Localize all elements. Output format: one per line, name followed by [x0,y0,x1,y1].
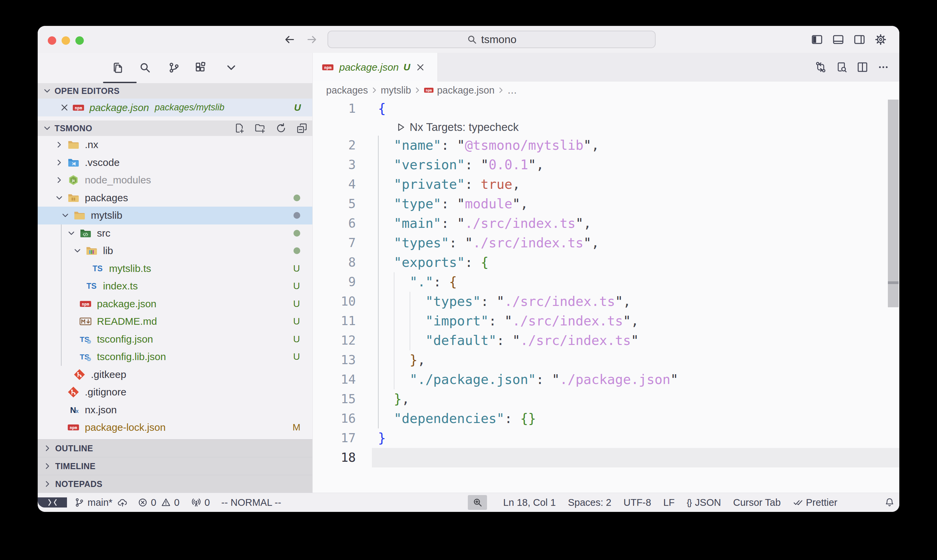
code-token: { [481,255,488,270]
code-token: " [512,333,520,348]
code-token: { [449,274,457,289]
explorer-view-icon[interactable] [111,62,123,74]
code-token [378,391,394,406]
notifications-button[interactable] [885,497,895,508]
tree-item-nx.json[interactable]: nx.json [38,401,312,419]
tree-item-.nx[interactable]: .nx [38,136,312,154]
tree-item-package-lock.json[interactable]: package-lock.jsonM [38,418,312,437]
code-line-1: 1{ [313,99,899,118]
git-status-badge: U [291,263,302,274]
breadcrumb-item[interactable]: package.json [437,85,494,96]
vim-mode-indicator[interactable]: -- NORMAL -- [222,497,282,508]
search-view-icon[interactable] [139,62,151,74]
breadcrumb-item[interactable]: packages [326,85,368,96]
explorer-project-header[interactable]: TSMONO [38,120,312,136]
tree-item-mytslib.ts[interactable]: mytslib.tsU [38,260,312,278]
close-editor-icon[interactable] [60,103,69,112]
folder-vscode-icon [67,157,79,169]
open-editors-header[interactable]: OPEN EDITORS [38,83,312,98]
tree-item-label: .nx [85,139,98,151]
tree-item-label: lib [103,245,113,257]
problems-status[interactable]: 0 0 [138,497,179,508]
navigate-back-button[interactable] [284,34,295,45]
tree-item-index.ts[interactable]: index.tsU [38,277,312,295]
extensions-view-icon[interactable] [195,62,207,74]
tree-item-src[interactable]: src [38,225,312,242]
code-line-text: "main": "./src/index.ts", [378,214,591,233]
remote-indicator[interactable] [38,497,67,508]
ports-status[interactable]: 0 [191,497,210,508]
ts-gear-icon [79,333,92,345]
tree-item-.gitkeep[interactable]: .gitkeep [38,366,312,384]
minimize-window-button[interactable] [62,36,70,45]
cloud-upload-icon [117,497,128,508]
search-editor-icon[interactable] [836,61,848,73]
tree-item-mytslib[interactable]: mytslib [38,207,312,225]
chevron-right-icon [497,86,505,94]
sync-changes-button[interactable] [117,497,128,508]
notepads-section-header[interactable]: NOTEPADS [38,475,312,493]
code-token: "." [409,274,433,289]
encoding-status[interactable]: UTF-8 [623,497,651,508]
codelens-row[interactable]: Nx Targets: typecheck [313,118,899,135]
tree-item-.gitignore[interactable]: .gitignore [38,383,312,401]
settings-gear-icon[interactable] [875,34,886,45]
new-folder-icon[interactable] [255,123,266,134]
source-control-view-icon[interactable] [168,62,180,74]
code-token: " [497,294,504,309]
tree-item-tsconfig.lib.json[interactable]: tsconfig.lib.jsonU [38,348,312,366]
breadcrumb-item[interactable]: … [507,85,517,96]
open-editor-item[interactable]: package.json packages/mytslib U [38,98,312,117]
more-actions-icon[interactable] [877,61,889,73]
chevron-down-icon [55,194,64,202]
line-number: 14 [313,370,356,389]
close-tab-icon[interactable] [415,63,425,72]
split-editor-icon[interactable] [857,61,868,73]
toggle-secondary-sidebar-icon[interactable] [854,34,865,45]
tree-item-README.md[interactable]: README.mdU [38,313,312,331]
git-status-badge: U [291,281,302,291]
toggle-sidebar-icon[interactable] [811,34,823,45]
tree-item-lib[interactable]: lib [38,242,312,260]
tree-item-.vscode[interactable]: .vscode [38,154,312,172]
eol-status[interactable]: LF [663,497,675,508]
traffic-lights [48,36,84,45]
outline-section-header[interactable]: OUTLINE [38,439,312,457]
git-branch-status[interactable]: main* [74,497,112,508]
folder-lib-icon [86,245,98,257]
code-token: : [481,294,497,309]
tab-completion-status[interactable]: Cursor Tab [733,497,780,508]
code-token: , [631,313,639,328]
new-file-icon[interactable] [234,123,245,134]
tree-item-packages[interactable]: packages [38,189,312,207]
code-token: : [465,157,481,172]
breadcrumb-item[interactable]: mytslib [381,85,411,96]
collapse-folders-icon[interactable] [297,123,307,134]
more-views-chevron-icon[interactable] [225,62,237,74]
refresh-explorer-icon[interactable] [275,123,286,134]
zoom-window-button[interactable] [75,36,84,45]
tab-package-json[interactable]: package.json U [313,53,438,82]
open-changes-icon[interactable] [815,61,826,73]
chevron-right-icon [43,480,52,488]
close-window-button[interactable] [48,36,56,45]
tree-item-package.json[interactable]: package.jsonU [38,295,312,313]
code-token: , [591,235,599,251]
command-center-search[interactable]: tsmono [328,31,655,48]
tree-item-node_modules[interactable]: node_modules [38,171,312,189]
language-mode-status[interactable]: {} JSON [686,497,721,508]
code-token: , [591,138,599,153]
line-number: 11 [313,311,356,331]
formatter-status[interactable]: Prettier [793,497,837,508]
codelens-label[interactable]: Nx Targets: typecheck [409,118,519,135]
toggle-panel-icon[interactable] [832,34,844,45]
cursor-position-status[interactable]: Ln 18, Col 1 [503,497,555,508]
code-token: : [441,138,457,153]
timeline-section-header[interactable]: TIMELINE [38,457,312,475]
indentation-status[interactable]: Spaces: 2 [568,497,611,508]
screencast-zoom-button[interactable] [468,495,487,510]
code-editor[interactable]: 1{Nx Targets: typecheck2 "name": "@tsmon… [313,99,899,493]
tree-item-tsconfig.json[interactable]: tsconfig.jsonU [38,331,312,348]
navigate-forward-button[interactable] [306,34,317,45]
titlebar-layout-controls [811,26,886,53]
